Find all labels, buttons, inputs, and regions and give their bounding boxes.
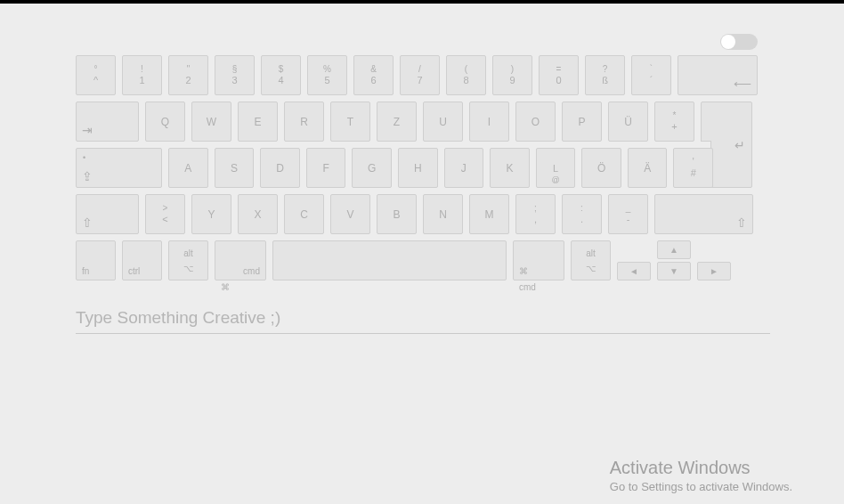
key-caret[interactable]: °^ [76,55,116,95]
key-n[interactable]: N [423,194,463,234]
key-backspace[interactable]: ⟵ [678,55,758,95]
key-minus[interactable]: _- [608,194,648,234]
key-3[interactable]: §3 [215,55,255,95]
key-comma[interactable]: ;, [515,194,556,234]
key-7[interactable]: /7 [400,55,440,95]
key-q[interactable]: Q [145,102,185,142]
key-i[interactable]: I [469,102,509,142]
key-e[interactable]: E [238,102,278,142]
key-period[interactable]: :. [562,194,602,234]
key-cmd-right[interactable]: ⌘cmd [513,240,564,280]
windows-activation-watermark: Activate Windows Go to Settings to activ… [610,458,792,493]
key-row-5: fn ctrl alt⌥ cmd⌘ ⌘cmd alt⌥ ◄ ▲ ▼ ► [76,240,758,280]
key-eszett[interactable]: ?ß [585,55,625,95]
key-m[interactable]: M [469,194,509,234]
key-oe[interactable]: Ö [581,148,621,188]
key-x[interactable]: X [238,194,278,234]
key-ue[interactable]: Ü [608,102,648,142]
key-y[interactable]: Y [191,194,231,234]
key-d[interactable]: D [260,148,300,188]
key-plus[interactable]: *+ [654,102,694,142]
key-shift-left[interactable]: ⇧ [76,194,139,234]
virtual-keyboard: °^ !1 "2 §3 $4 %5 &6 /7 (8 )9 =0 ?ß `´ ⟵… [76,55,758,287]
watermark-sub: Go to Settings to activate Windows. [610,480,792,493]
key-t[interactable]: T [330,102,370,142]
key-j[interactable]: J [444,148,484,188]
key-ctrl[interactable]: ctrl [122,240,162,280]
key-z[interactable]: Z [377,102,417,142]
key-s[interactable]: S [215,148,255,188]
key-alt-left[interactable]: alt⌥ [168,240,208,280]
key-alt-right[interactable]: alt⌥ [571,240,611,280]
arrow-cluster: ◄ ▲ ▼ ► [617,240,731,280]
key-0[interactable]: =0 [539,55,579,95]
window-top-border [0,0,844,4]
key-capslock[interactable]: • ⇪ [76,148,162,188]
key-hash[interactable]: '# [673,148,713,188]
key-2[interactable]: "2 [168,55,208,95]
key-w[interactable]: W [191,102,231,142]
key-c[interactable]: C [284,194,324,234]
key-cmd-left[interactable]: cmd⌘ [215,240,266,280]
key-9[interactable]: )9 [492,55,532,95]
key-space[interactable] [272,240,507,280]
key-1[interactable]: !1 [122,55,162,95]
theme-toggle[interactable] [720,34,758,50]
key-fn[interactable]: fn [76,240,116,280]
key-o[interactable]: O [515,102,556,142]
key-u[interactable]: U [423,102,463,142]
key-6[interactable]: &6 [353,55,394,95]
watermark-title: Activate Windows [610,458,792,478]
key-row-1: °^ !1 "2 §3 $4 %5 &6 /7 (8 )9 =0 ?ß `´ ⟵ [76,55,758,95]
key-row-4: ⇧ >< Y X C V B N M ;, :. _- ⇧ [76,194,758,234]
key-k[interactable]: K [490,148,530,188]
key-p[interactable]: P [562,102,602,142]
key-l[interactable]: L@ [536,148,576,188]
key-a[interactable]: A [168,148,208,188]
toggle-knob [721,35,735,49]
key-arrow-left[interactable]: ◄ [617,262,651,280]
key-r[interactable]: R [284,102,324,142]
key-v[interactable]: V [330,194,370,234]
key-arrow-up[interactable]: ▲ [657,240,691,259]
key-angle[interactable]: >< [145,194,185,234]
key-ae[interactable]: Ä [628,148,668,188]
key-acute[interactable]: `´ [631,55,671,95]
key-f[interactable]: F [306,148,346,188]
key-5[interactable]: %5 [307,55,347,95]
text-input[interactable] [76,303,770,334]
key-arrow-right[interactable]: ► [697,262,731,280]
key-8[interactable]: (8 [446,55,486,95]
key-h[interactable]: H [398,148,438,188]
key-b[interactable]: B [377,194,417,234]
key-row-3: • ⇪ A S D F G H J K L@ Ö Ä '# [76,148,713,188]
key-tab[interactable]: ⇥ [76,102,139,142]
key-shift-right[interactable]: ⇧ [654,194,753,234]
key-g[interactable]: G [352,148,392,188]
key-4[interactable]: $4 [261,55,301,95]
key-arrow-down[interactable]: ▼ [657,262,691,280]
